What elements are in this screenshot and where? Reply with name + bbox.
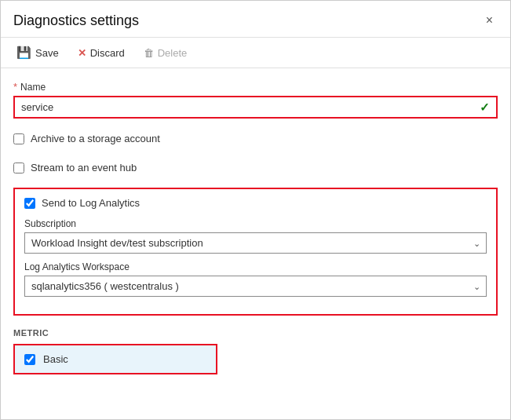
- stream-label: Stream to an event hub: [31, 162, 137, 173]
- delete-icon: 🗑: [144, 47, 154, 59]
- subscription-select[interactable]: Workload Insight dev/test subscription: [24, 232, 487, 254]
- name-field-label: * Name: [13, 81, 498, 93]
- close-button[interactable]: ×: [481, 12, 498, 29]
- discard-icon: ✕: [78, 47, 86, 59]
- name-field-group: * Name ✓: [13, 81, 498, 119]
- form-content: * Name ✓ Archive to a storage account St…: [1, 68, 510, 419]
- required-star: *: [13, 81, 17, 93]
- metric-section-label: METRIC: [13, 328, 498, 338]
- discard-label: Discard: [90, 47, 125, 59]
- dialog-header: Diagnostics settings ×: [1, 1, 510, 38]
- metric-section: METRIC Basic: [13, 328, 498, 374]
- workspace-dropdown-wrapper: sqlanalytics356 ( westcentralus ) ⌄: [24, 276, 487, 297]
- basic-metric-checkbox[interactable]: [24, 354, 35, 365]
- name-label-text: Name: [20, 82, 46, 93]
- save-label: Save: [35, 47, 59, 59]
- delete-button[interactable]: 🗑 Delete: [141, 46, 191, 60]
- archive-checkbox-row: Archive to a storage account: [13, 130, 498, 148]
- workspace-select[interactable]: sqlanalytics356 ( westcentralus ): [24, 276, 487, 297]
- checkmark-icon: ✓: [480, 100, 490, 115]
- log-analytics-section: Send to Log Analytics Subscription Workl…: [13, 188, 498, 316]
- name-input[interactable]: [15, 97, 496, 117]
- save-icon: 💾: [16, 46, 31, 60]
- diagnostics-dialog: Diagnostics settings × 💾 Save ✕ Discard …: [0, 0, 511, 420]
- delete-label: Delete: [158, 47, 188, 59]
- save-button[interactable]: 💾 Save: [13, 44, 62, 61]
- stream-checkbox[interactable]: [13, 163, 24, 173]
- basic-metric-row: Basic: [13, 344, 217, 374]
- name-input-wrapper: ✓: [13, 96, 498, 119]
- subscription-dropdown-wrapper: Workload Insight dev/test subscription ⌄: [24, 232, 487, 254]
- basic-metric-label: Basic: [43, 353, 68, 365]
- log-analytics-label: Send to Log Analytics: [42, 197, 140, 209]
- workspace-label: Log Analytics Workspace: [24, 261, 487, 272]
- subscription-label: Subscription: [24, 218, 487, 229]
- archive-checkbox[interactable]: [13, 133, 24, 144]
- stream-checkbox-row: Stream to an event hub: [13, 159, 498, 177]
- archive-label: Archive to a storage account: [31, 133, 160, 144]
- toolbar: 💾 Save ✕ Discard 🗑 Delete: [1, 38, 510, 68]
- discard-button[interactable]: ✕ Discard: [75, 46, 128, 60]
- log-analytics-header: Send to Log Analytics: [24, 197, 487, 209]
- log-analytics-checkbox[interactable]: [24, 198, 35, 209]
- dialog-title: Diagnostics settings: [13, 13, 139, 29]
